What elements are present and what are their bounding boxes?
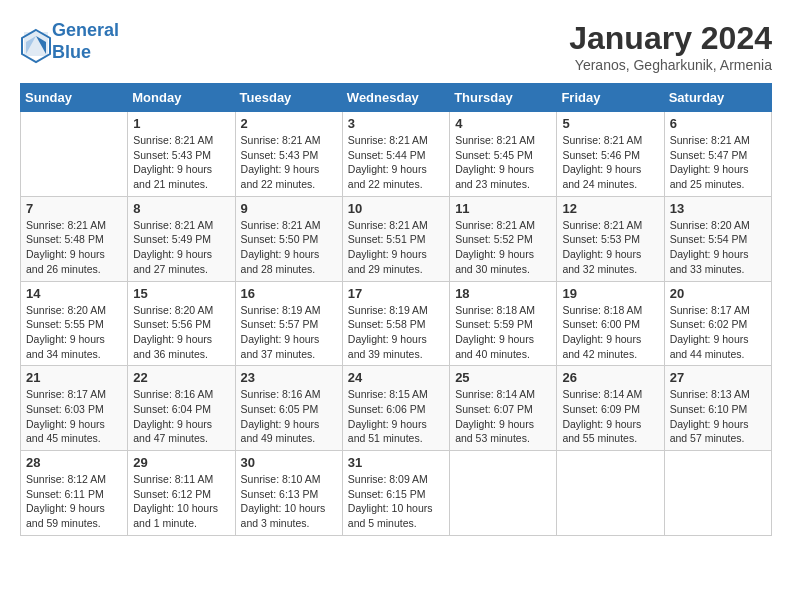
day-info: Sunrise: 8:21 AMSunset: 5:46 PMDaylight:…: [562, 133, 658, 192]
day-info: Sunrise: 8:21 AMSunset: 5:49 PMDaylight:…: [133, 218, 229, 277]
header-tuesday: Tuesday: [235, 84, 342, 112]
day-cell: 9Sunrise: 8:21 AMSunset: 5:50 PMDaylight…: [235, 196, 342, 281]
day-cell: 11Sunrise: 8:21 AMSunset: 5:52 PMDayligh…: [450, 196, 557, 281]
day-info: Sunrise: 8:14 AMSunset: 6:09 PMDaylight:…: [562, 387, 658, 446]
day-info: Sunrise: 8:20 AMSunset: 5:54 PMDaylight:…: [670, 218, 766, 277]
day-cell: [21, 112, 128, 197]
header-row: SundayMondayTuesdayWednesdayThursdayFrid…: [21, 84, 772, 112]
day-cell: 2Sunrise: 8:21 AMSunset: 5:43 PMDaylight…: [235, 112, 342, 197]
header-thursday: Thursday: [450, 84, 557, 112]
day-number: 9: [241, 201, 337, 216]
logo-line2: Blue: [52, 42, 91, 62]
day-cell: 5Sunrise: 8:21 AMSunset: 5:46 PMDaylight…: [557, 112, 664, 197]
day-number: 23: [241, 370, 337, 385]
day-number: 31: [348, 455, 444, 470]
day-cell: 27Sunrise: 8:13 AMSunset: 6:10 PMDayligh…: [664, 366, 771, 451]
day-info: Sunrise: 8:10 AMSunset: 6:13 PMDaylight:…: [241, 472, 337, 531]
day-cell: 10Sunrise: 8:21 AMSunset: 5:51 PMDayligh…: [342, 196, 449, 281]
day-cell: 17Sunrise: 8:19 AMSunset: 5:58 PMDayligh…: [342, 281, 449, 366]
day-info: Sunrise: 8:18 AMSunset: 6:00 PMDaylight:…: [562, 303, 658, 362]
day-info: Sunrise: 8:16 AMSunset: 6:04 PMDaylight:…: [133, 387, 229, 446]
day-cell: 16Sunrise: 8:19 AMSunset: 5:57 PMDayligh…: [235, 281, 342, 366]
day-number: 18: [455, 286, 551, 301]
week-row-3: 14Sunrise: 8:20 AMSunset: 5:55 PMDayligh…: [21, 281, 772, 366]
week-row-4: 21Sunrise: 8:17 AMSunset: 6:03 PMDayligh…: [21, 366, 772, 451]
logo: General Blue: [20, 20, 119, 63]
day-info: Sunrise: 8:15 AMSunset: 6:06 PMDaylight:…: [348, 387, 444, 446]
day-info: Sunrise: 8:21 AMSunset: 5:47 PMDaylight:…: [670, 133, 766, 192]
day-info: Sunrise: 8:21 AMSunset: 5:50 PMDaylight:…: [241, 218, 337, 277]
day-number: 24: [348, 370, 444, 385]
day-number: 16: [241, 286, 337, 301]
header-wednesday: Wednesday: [342, 84, 449, 112]
day-cell: 12Sunrise: 8:21 AMSunset: 5:53 PMDayligh…: [557, 196, 664, 281]
day-info: Sunrise: 8:21 AMSunset: 5:43 PMDaylight:…: [133, 133, 229, 192]
day-info: Sunrise: 8:21 AMSunset: 5:52 PMDaylight:…: [455, 218, 551, 277]
day-cell: 30Sunrise: 8:10 AMSunset: 6:13 PMDayligh…: [235, 451, 342, 536]
day-info: Sunrise: 8:21 AMSunset: 5:51 PMDaylight:…: [348, 218, 444, 277]
month-title: January 2024: [569, 20, 772, 57]
day-cell: 21Sunrise: 8:17 AMSunset: 6:03 PMDayligh…: [21, 366, 128, 451]
day-cell: [557, 451, 664, 536]
week-row-5: 28Sunrise: 8:12 AMSunset: 6:11 PMDayligh…: [21, 451, 772, 536]
day-info: Sunrise: 8:12 AMSunset: 6:11 PMDaylight:…: [26, 472, 122, 531]
day-cell: [664, 451, 771, 536]
day-info: Sunrise: 8:20 AMSunset: 5:55 PMDaylight:…: [26, 303, 122, 362]
day-number: 19: [562, 286, 658, 301]
day-info: Sunrise: 8:17 AMSunset: 6:02 PMDaylight:…: [670, 303, 766, 362]
location-title: Yeranos, Gegharkunik, Armenia: [569, 57, 772, 73]
day-number: 1: [133, 116, 229, 131]
day-number: 25: [455, 370, 551, 385]
day-number: 28: [26, 455, 122, 470]
day-number: 14: [26, 286, 122, 301]
day-info: Sunrise: 8:17 AMSunset: 6:03 PMDaylight:…: [26, 387, 122, 446]
day-cell: 7Sunrise: 8:21 AMSunset: 5:48 PMDaylight…: [21, 196, 128, 281]
header-saturday: Saturday: [664, 84, 771, 112]
day-cell: 26Sunrise: 8:14 AMSunset: 6:09 PMDayligh…: [557, 366, 664, 451]
day-cell: [450, 451, 557, 536]
day-cell: 13Sunrise: 8:20 AMSunset: 5:54 PMDayligh…: [664, 196, 771, 281]
day-cell: 29Sunrise: 8:11 AMSunset: 6:12 PMDayligh…: [128, 451, 235, 536]
header-monday: Monday: [128, 84, 235, 112]
logo-icon: [20, 28, 48, 56]
day-number: 12: [562, 201, 658, 216]
day-cell: 28Sunrise: 8:12 AMSunset: 6:11 PMDayligh…: [21, 451, 128, 536]
day-info: Sunrise: 8:14 AMSunset: 6:07 PMDaylight:…: [455, 387, 551, 446]
day-info: Sunrise: 8:21 AMSunset: 5:43 PMDaylight:…: [241, 133, 337, 192]
day-info: Sunrise: 8:21 AMSunset: 5:45 PMDaylight:…: [455, 133, 551, 192]
day-number: 26: [562, 370, 658, 385]
page-header: General Blue January 2024 Yeranos, Gegha…: [20, 20, 772, 73]
day-info: Sunrise: 8:09 AMSunset: 6:15 PMDaylight:…: [348, 472, 444, 531]
day-number: 17: [348, 286, 444, 301]
day-info: Sunrise: 8:20 AMSunset: 5:56 PMDaylight:…: [133, 303, 229, 362]
day-cell: 24Sunrise: 8:15 AMSunset: 6:06 PMDayligh…: [342, 366, 449, 451]
day-info: Sunrise: 8:18 AMSunset: 5:59 PMDaylight:…: [455, 303, 551, 362]
day-cell: 18Sunrise: 8:18 AMSunset: 5:59 PMDayligh…: [450, 281, 557, 366]
header-friday: Friday: [557, 84, 664, 112]
logo-text: General Blue: [52, 20, 119, 63]
day-number: 5: [562, 116, 658, 131]
day-cell: 1Sunrise: 8:21 AMSunset: 5:43 PMDaylight…: [128, 112, 235, 197]
day-number: 21: [26, 370, 122, 385]
day-number: 27: [670, 370, 766, 385]
day-number: 4: [455, 116, 551, 131]
day-cell: 31Sunrise: 8:09 AMSunset: 6:15 PMDayligh…: [342, 451, 449, 536]
day-cell: 23Sunrise: 8:16 AMSunset: 6:05 PMDayligh…: [235, 366, 342, 451]
day-info: Sunrise: 8:21 AMSunset: 5:48 PMDaylight:…: [26, 218, 122, 277]
day-number: 3: [348, 116, 444, 131]
day-number: 22: [133, 370, 229, 385]
day-info: Sunrise: 8:21 AMSunset: 5:44 PMDaylight:…: [348, 133, 444, 192]
day-cell: 6Sunrise: 8:21 AMSunset: 5:47 PMDaylight…: [664, 112, 771, 197]
day-number: 2: [241, 116, 337, 131]
day-number: 6: [670, 116, 766, 131]
day-cell: 3Sunrise: 8:21 AMSunset: 5:44 PMDaylight…: [342, 112, 449, 197]
day-number: 20: [670, 286, 766, 301]
day-cell: 22Sunrise: 8:16 AMSunset: 6:04 PMDayligh…: [128, 366, 235, 451]
day-cell: 19Sunrise: 8:18 AMSunset: 6:00 PMDayligh…: [557, 281, 664, 366]
day-info: Sunrise: 8:19 AMSunset: 5:57 PMDaylight:…: [241, 303, 337, 362]
day-info: Sunrise: 8:11 AMSunset: 6:12 PMDaylight:…: [133, 472, 229, 531]
day-number: 13: [670, 201, 766, 216]
day-number: 30: [241, 455, 337, 470]
day-number: 15: [133, 286, 229, 301]
day-number: 11: [455, 201, 551, 216]
